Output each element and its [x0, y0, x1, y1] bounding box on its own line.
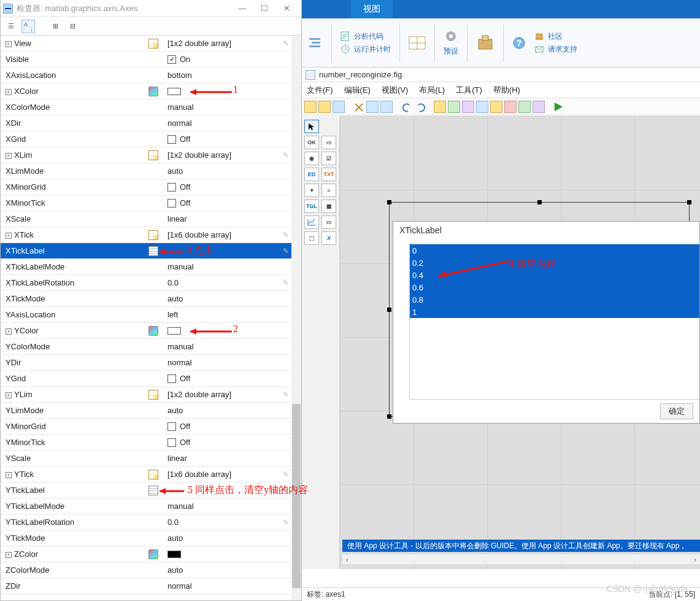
pencil-icon[interactable]: ✎: [280, 151, 292, 160]
open-icon[interactable]: [318, 101, 331, 113]
collapse-icon[interactable]: ⊟: [66, 20, 79, 33]
indent-icon[interactable]: [308, 36, 323, 50]
property-row[interactable]: YTickModeauto: [1, 530, 292, 546]
pencil-icon[interactable]: ✎: [280, 518, 292, 527]
axes-tool[interactable]: [304, 215, 319, 229]
edit-tool[interactable]: ED: [304, 168, 319, 181]
expand-toggle[interactable]: +: [6, 89, 12, 95]
paste-icon[interactable]: [380, 101, 393, 113]
property-row[interactable]: +YColor: [1, 323, 292, 339]
color-picker-icon[interactable]: [148, 549, 158, 559]
edit-icon[interactable]: [148, 486, 158, 495]
property-row[interactable]: YMinorTickOff: [1, 435, 292, 451]
property-row[interactable]: +XTick[1x6 double array]✎: [1, 227, 292, 243]
grid-icon[interactable]: [148, 230, 158, 240]
tick-label-line[interactable]: 0.6: [410, 281, 699, 293]
pencil-icon[interactable]: ✎: [280, 39, 292, 48]
slider-tool[interactable]: ▭: [321, 136, 336, 149]
property-row[interactable]: YMinorGridOff: [1, 419, 292, 435]
color-picker-icon[interactable]: [148, 87, 158, 96]
property-row[interactable]: XMinorGridOff: [1, 179, 292, 195]
pencil-icon[interactable]: ✎: [280, 390, 292, 399]
property-row[interactable]: XScalelinear: [1, 211, 292, 227]
distribute-icon[interactable]: [448, 101, 460, 113]
property-row[interactable]: XTickLabelRotation0.0✎: [1, 275, 292, 291]
dialog-textarea[interactable]: 00.20.40.60.81: [409, 244, 699, 400]
maximize-button[interactable]: ☐: [253, 4, 275, 13]
property-row[interactable]: XTickLabel✎: [1, 243, 292, 259]
checkbox[interactable]: [167, 199, 176, 207]
property-row[interactable]: XTickLabelModemanual: [1, 259, 292, 275]
property-icon[interactable]: [533, 101, 545, 113]
redo-icon[interactable]: [414, 101, 426, 113]
toggle-tool[interactable]: TGL: [304, 200, 319, 213]
grid-icon[interactable]: [148, 390, 158, 400]
expand-toggle[interactable]: +: [6, 233, 12, 239]
expand-toggle[interactable]: +: [6, 153, 12, 159]
pencil-icon[interactable]: ✎: [280, 279, 292, 287]
property-row[interactable]: YAxisLocationleft: [1, 307, 292, 323]
activex-tool[interactable]: X: [321, 231, 336, 245]
property-row[interactable]: Visible✓On: [1, 52, 292, 68]
pencil-icon[interactable]: ✎: [280, 231, 292, 239]
pencil-icon[interactable]: ✎: [280, 486, 292, 495]
property-row[interactable]: +ZColor: [1, 546, 292, 562]
ok-button[interactable]: 确定: [660, 403, 693, 419]
minimize-button[interactable]: —: [231, 4, 253, 13]
property-row[interactable]: XColorModemanual: [1, 99, 292, 115]
grid-icon[interactable]: [148, 39, 158, 48]
property-row[interactable]: +YTick[1x6 double array]✎: [1, 467, 292, 483]
menu-layout[interactable]: 布局(L): [419, 85, 445, 96]
run-icon[interactable]: [552, 101, 564, 113]
tick-label-line[interactable]: 0.8: [410, 293, 699, 306]
pencil-icon[interactable]: ✎: [280, 470, 292, 479]
align-icon[interactable]: [434, 101, 446, 113]
checkbox[interactable]: [167, 135, 176, 144]
expand-icon[interactable]: ⊞: [48, 20, 62, 33]
expand-toggle[interactable]: +: [6, 41, 12, 47]
tab-view[interactable]: 视图: [351, 0, 393, 18]
buttongroup-tool[interactable]: ⬚: [304, 231, 319, 245]
checkbox[interactable]: [167, 183, 176, 192]
property-row[interactable]: YTickLabelRotation0.0✎: [1, 514, 292, 530]
popup-tool[interactable]: ▾: [304, 184, 319, 197]
grid-icon[interactable]: [148, 150, 158, 160]
property-row[interactable]: XTickModeauto: [1, 291, 292, 307]
help-icon[interactable]: ?: [512, 36, 526, 50]
edit-icon[interactable]: [148, 246, 158, 256]
expand-toggle[interactable]: +: [6, 392, 12, 398]
run-time-label[interactable]: 运行并计时: [354, 44, 391, 55]
color-swatch[interactable]: [167, 327, 181, 335]
property-row[interactable]: YLimModeauto: [1, 403, 292, 419]
tick-label-line[interactable]: 0: [410, 244, 699, 257]
support-label[interactable]: 请求支持: [548, 44, 577, 55]
property-row[interactable]: +YLim[1x2 double array]✎: [1, 387, 292, 403]
tick-label-line[interactable]: 1: [410, 306, 699, 318]
copy-icon[interactable]: [366, 101, 379, 113]
property-row[interactable]: +View[1x2 double array]✎: [1, 36, 292, 52]
close-button[interactable]: ✕: [275, 4, 298, 13]
property-row[interactable]: ZDirnormal: [1, 578, 292, 594]
property-row[interactable]: YColorModemanual: [1, 339, 292, 355]
save-icon[interactable]: [333, 101, 345, 113]
menu-view[interactable]: 视图(V): [382, 85, 408, 96]
property-row[interactable]: YGridOff: [1, 371, 292, 387]
radio-tool[interactable]: ◉: [304, 152, 319, 165]
property-row[interactable]: +XLim[1x2 double array]✎: [1, 147, 292, 163]
property-row[interactable]: YScalelinear: [1, 451, 292, 467]
pointer-tool[interactable]: [304, 120, 319, 133]
tick-label-line[interactable]: 0.2: [410, 257, 699, 269]
panel-tool[interactable]: ▭: [321, 215, 336, 229]
community-label[interactable]: 社区: [548, 31, 563, 42]
sort-icon[interactable]: [21, 20, 35, 33]
property-row[interactable]: YTickLabel✎: [1, 483, 292, 498]
expand-toggle[interactable]: +: [6, 552, 12, 558]
pencil-icon[interactable]: ✎: [280, 247, 292, 255]
property-row[interactable]: YTickLabelModemanual: [1, 498, 292, 514]
canvas-hscroll[interactable]: ‹›: [342, 554, 700, 564]
expand-toggle[interactable]: +: [6, 472, 12, 478]
color-swatch[interactable]: [167, 88, 181, 95]
tick-label-line[interactable]: 0.4: [410, 269, 699, 281]
cut-icon[interactable]: [352, 101, 364, 113]
property-row[interactable]: YDirnormal: [1, 355, 292, 371]
